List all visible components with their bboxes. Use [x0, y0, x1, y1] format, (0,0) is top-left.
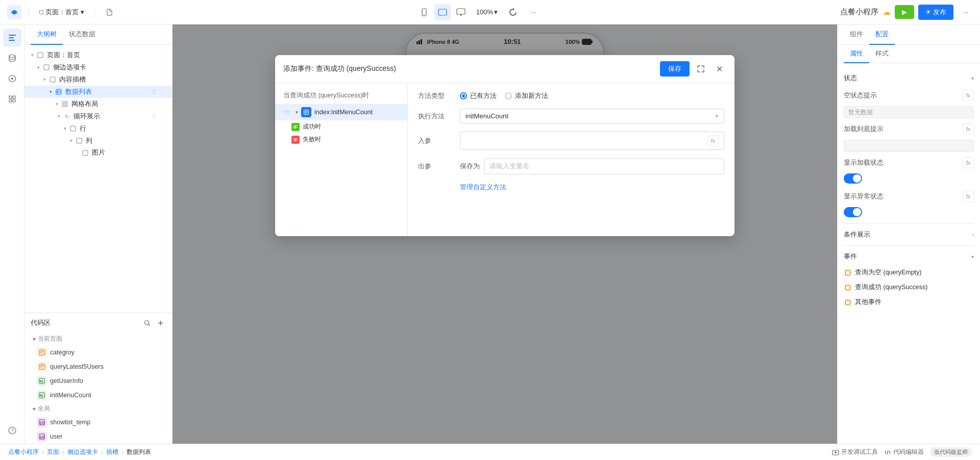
save-as-input[interactable]: 请输入变量名	[484, 158, 724, 174]
code-item-user[interactable]: {x} user	[24, 429, 172, 444]
code-group-global[interactable]: ▾ 全局	[24, 402, 172, 415]
tree-item-tab[interactable]: ▾ 侧边选项卡 ⋯	[24, 61, 172, 73]
breadcrumb-slot[interactable]: 插槽	[106, 448, 118, 456]
tree-item-row[interactable]: ▾ 行 ⋯	[24, 122, 172, 135]
event-item-main-icon	[301, 107, 311, 117]
database-icon-btn[interactable]	[3, 49, 21, 67]
tree-arrow-slot[interactable]: ▾	[41, 76, 48, 83]
tree-item-img[interactable]: 图片	[24, 147, 172, 159]
svg-rect-34	[83, 150, 88, 156]
input-param-fx-btn[interactable]: fx	[707, 135, 719, 146]
more-toolbar-btn[interactable]: ···	[525, 4, 542, 20]
execute-method-select[interactable]: initMenuCount ▾	[460, 109, 724, 123]
plugin-icon-btn[interactable]	[3, 90, 21, 108]
tree-arrow-grid[interactable]: ▾	[53, 100, 60, 108]
code-item-initMenuCount[interactable]: fn initMenuCount	[24, 388, 172, 402]
radio-existing-circle	[460, 92, 467, 99]
loop-drag-handle[interactable]: ⠿	[152, 113, 159, 120]
events-section: 事件 ▾ 查询为空 (queryEmpty) 查询成功 (querySucces…	[844, 248, 974, 310]
tree-item-slot[interactable]: ▾ 内容插槽 ⋯	[24, 73, 172, 86]
dialog-event-sub-fail[interactable]: IF 失败时	[275, 133, 407, 146]
svg-rect-32	[70, 126, 76, 131]
error-toggle[interactable]	[844, 207, 862, 217]
svg-point-14	[11, 78, 13, 80]
input-param-input[interactable]: fx	[460, 132, 724, 150]
dialog-resize-button[interactable]	[694, 62, 708, 76]
tab-component[interactable]: 组件	[844, 24, 869, 45]
drag-handle-icon: ⠿⠿	[283, 110, 290, 115]
dev-tools-btn[interactable]: 开发调试工具	[832, 448, 878, 456]
event-item-queryEmpty[interactable]: 查询为空 (queryEmpty)	[844, 265, 974, 280]
manage-custom-link[interactable]: 管理自定义方法	[460, 183, 506, 192]
queryEmpty-icon	[844, 269, 852, 277]
refresh-icon-btn[interactable]	[505, 4, 521, 20]
event-item-querySuccess[interactable]: 查询成功 (querySuccess)	[844, 280, 974, 295]
code-group-current[interactable]: ▾ 当前页面	[24, 333, 172, 345]
tree-item-datalist[interactable]: ▾ 数据列表 ⠿ ⋯	[24, 86, 172, 98]
svg-line-69	[887, 450, 888, 454]
tab-tree-icon	[42, 64, 51, 71]
status-section-header[interactable]: 状态 ▾	[844, 69, 974, 87]
page-selector[interactable]: □ 页面：首页 ▾	[35, 6, 88, 19]
code-search-btn[interactable]	[141, 317, 153, 328]
radio-new-method[interactable]: 添加新方法	[505, 91, 548, 100]
code-item-showlist[interactable]: {x} showlist_temp	[24, 415, 172, 429]
code-section-actions	[141, 317, 166, 328]
add-bottom-input[interactable]	[844, 140, 974, 152]
tree-item-col[interactable]: ▾ 列 ⋯	[24, 135, 172, 147]
code-editor-btn[interactable]: 代码编辑器	[884, 448, 924, 456]
subtab-style[interactable]: 样式	[869, 45, 895, 63]
tree-arrow-datalist[interactable]: ▾	[47, 88, 54, 95]
add-bottom-fx-btn[interactable]: fx	[963, 123, 974, 135]
tab-state[interactable]: 状态数据	[63, 24, 102, 45]
api-icon-btn[interactable]	[3, 69, 21, 88]
dialog-save-button[interactable]: 保存	[660, 61, 690, 76]
tree-item-page[interactable]: ▾ 页面：首页 ⋯	[24, 49, 172, 61]
empty-state-fx-btn[interactable]: fx	[963, 90, 974, 101]
code-item-categroy[interactable]: categroy	[24, 345, 172, 360]
code-add-btn[interactable]	[155, 317, 166, 328]
empty-state-input[interactable]	[844, 106, 974, 118]
error-fx-btn[interactable]: fx	[963, 191, 974, 202]
publish-button[interactable]: ✈ 发布	[918, 5, 953, 20]
dialog-close-button[interactable]: ✕	[712, 62, 726, 76]
row-tree-icon	[68, 125, 78, 132]
zoom-selector[interactable]: 100% ▾	[473, 6, 501, 18]
breadcrumb-page[interactable]: 页面	[47, 448, 59, 456]
tree-arrow-tab[interactable]: ▾	[35, 64, 42, 71]
code-section-header[interactable]: 代码区	[24, 313, 172, 333]
condition-section-header[interactable]: 条件展示 ›	[844, 226, 974, 243]
code-item-queryLatest5Users[interactable]: queryLatest5Users	[24, 360, 172, 374]
dialog-event-sub-success[interactable]: IF 成功时	[275, 120, 407, 133]
tree-label-img: 图片	[92, 148, 168, 157]
radio-existing-method[interactable]: 已有方法	[460, 91, 497, 100]
file-icon-btn[interactable]	[101, 4, 117, 20]
datalist-drag-handle[interactable]: ⠿	[152, 88, 159, 95]
tree-arrow-page[interactable]: ▾	[29, 52, 36, 59]
code-item-getUserInfo[interactable]: fn getUserInfo	[24, 374, 172, 388]
tab-config[interactable]: 配置	[869, 24, 895, 45]
outline-icon-btn[interactable]	[3, 29, 21, 47]
breadcrumb-tab[interactable]: 侧边选项卡	[67, 448, 98, 456]
loading-fx-btn[interactable]: fx	[963, 157, 974, 168]
events-section-header[interactable]: 事件 ▾	[844, 248, 974, 265]
event-item-other[interactable]: 其他事件	[844, 295, 974, 310]
tree-item-loop[interactable]: ▾ ↻ 循环展示 ⠿ ⋯	[24, 110, 172, 122]
breadcrumb-app[interactable]: 点餐小程序	[8, 448, 39, 456]
tree-arrow-col[interactable]: ▾	[67, 137, 75, 144]
left-panel: 大纲树 状态数据 ▾ 页面：首页 ⋯ ▾ 侧边选项卡 ⋯	[24, 24, 173, 444]
help-icon-btn[interactable]: ?	[3, 421, 21, 440]
run-button[interactable]: ▶	[895, 5, 914, 19]
tree-arrow-loop[interactable]: ▾	[55, 113, 62, 120]
tablet-icon-btn[interactable]	[434, 4, 451, 20]
dialog-event-item-main[interactable]: ⠿⠿ ▾ index:initMenuCount	[275, 104, 407, 120]
mobile-icon-btn[interactable]	[416, 4, 432, 20]
toolbar-more-btn[interactable]: ···	[958, 4, 974, 20]
tab-outline[interactable]: 大纲树	[31, 24, 63, 45]
desktop-icon-btn[interactable]	[453, 4, 469, 20]
subtab-props[interactable]: 属性	[844, 45, 869, 63]
loading-toggle[interactable]	[844, 173, 862, 184]
dialog-title: 添加事件: 查询成功 (querySuccess)	[283, 64, 396, 73]
tree-item-grid[interactable]: ▾ 网格布局 ⋯	[24, 98, 172, 110]
tree-arrow-row[interactable]: ▾	[61, 125, 68, 132]
